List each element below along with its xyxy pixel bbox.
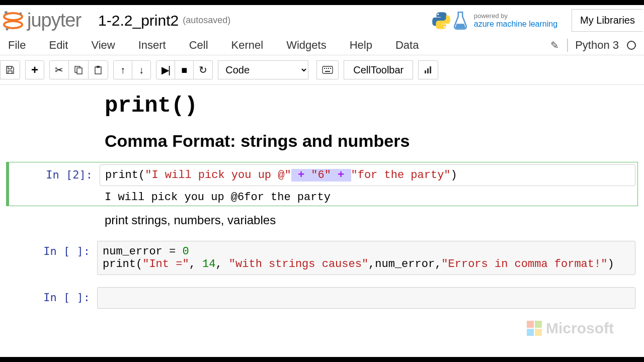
markdown-text: print strings, numbers, variables (105, 213, 638, 227)
chart-button[interactable] (418, 60, 438, 79)
keyboard-icon (322, 66, 333, 74)
powered-icons (431, 10, 469, 31)
svg-point-4 (6, 28, 8, 30)
menu-edit[interactable]: Edit (49, 39, 68, 52)
refresh-icon: ↻ (199, 64, 207, 76)
notebook-title[interactable]: 1-2.2_print2 (98, 12, 179, 29)
svg-rect-8 (77, 68, 82, 74)
arrow-down-icon: ↓ (139, 64, 144, 76)
header-right: powered by azure machine learning My Lib… (431, 9, 643, 32)
command-palette-button[interactable] (316, 60, 339, 79)
stop-button[interactable]: ■ (175, 60, 194, 79)
cell-body (97, 287, 635, 309)
autosave-status: (autosaved) (183, 15, 230, 26)
svg-rect-15 (330, 68, 331, 69)
code-cell-2[interactable]: In [ ]: num_error = 0 print("Int =", 14,… (6, 238, 638, 278)
logo-text: jupyter (27, 10, 81, 31)
jupyter-icon (2, 10, 24, 32)
menu-widgets[interactable]: Widgets (286, 39, 326, 52)
pencil-icon[interactable]: ✎ (550, 39, 559, 51)
powered-text: powered by azure machine learning (474, 12, 557, 29)
menu-view[interactable]: View (91, 39, 115, 52)
cell-body: num_error = 0 print("Int =", 14, "with s… (97, 241, 635, 275)
menubar-right: ✎ Python 3 (550, 39, 636, 52)
svg-point-1 (4, 21, 22, 28)
cell-prompt: In [2]: (11, 164, 100, 204)
svg-rect-12 (324, 68, 325, 69)
cell-type-select[interactable]: Code (218, 60, 308, 79)
my-libraries-button[interactable]: My Libraries (572, 9, 643, 32)
menu-bar: File Edit View Insert Cell Kernel Widget… (0, 36, 644, 55)
cell-prompt: In [ ]: (9, 241, 97, 275)
code-cell-3[interactable]: In [ ]: (6, 285, 638, 311)
markdown-title-code: print() (105, 93, 638, 118)
powered-by-badge[interactable]: powered by azure machine learning (431, 10, 557, 31)
copy-icon (74, 65, 83, 74)
svg-rect-14 (328, 68, 329, 69)
svg-rect-18 (427, 68, 429, 73)
python-icon (431, 10, 452, 31)
header-bar: jupyter 1-2.2_print2 (autosaved) powered… (0, 5, 644, 36)
menu-insert[interactable]: Insert (138, 39, 166, 52)
code-cell-1[interactable]: In [2]: print("I will pick you up @" + "… (6, 162, 638, 206)
powered-line2: azure machine learning (474, 20, 557, 29)
cell-toolbar-button[interactable]: CellToolbar (344, 60, 413, 79)
svg-rect-16 (325, 71, 330, 72)
plus-icon: + (31, 63, 38, 77)
menu-file[interactable]: File (8, 39, 26, 52)
cut-button[interactable]: ✂ (49, 60, 69, 79)
svg-rect-17 (425, 70, 426, 73)
arrow-up-icon: ↑ (120, 64, 125, 76)
powered-line1: powered by (474, 12, 557, 20)
kernel-name[interactable]: Python 3 (567, 39, 619, 52)
cell-output: I will pick you up @6for the party (100, 186, 635, 204)
run-button[interactable]: ▶| (156, 60, 175, 79)
cell-body: print("I will pick you up @" + "6" + "fo… (100, 164, 635, 204)
paste-icon (94, 65, 103, 74)
svg-rect-9 (95, 67, 101, 74)
microsoft-text: Microsoft (546, 320, 614, 337)
svg-point-3 (20, 12, 22, 15)
save-icon (6, 65, 15, 74)
restart-button[interactable]: ↻ (193, 60, 213, 79)
jupyter-logo[interactable]: jupyter (2, 10, 81, 32)
code-input[interactable] (97, 287, 635, 309)
letterbox-top (0, 0, 644, 5)
toolbar: + ✂ ↑ ↓ ▶| ■ ↻ Code CellToolbar (0, 55, 644, 85)
save-button[interactable] (0, 60, 20, 79)
paste-button[interactable] (88, 60, 108, 79)
microsoft-watermark: Microsoft (527, 320, 614, 337)
code-input[interactable]: print("I will pick you up @" + "6" + "fo… (100, 164, 635, 186)
letterbox-bottom (0, 357, 644, 362)
menu-kernel[interactable]: Kernel (231, 39, 264, 52)
move-down-button[interactable]: ↓ (132, 60, 151, 79)
kernel-indicator-icon[interactable] (627, 41, 636, 50)
add-cell-button[interactable]: + (25, 60, 44, 79)
svg-rect-19 (430, 66, 431, 73)
stop-icon: ■ (181, 64, 187, 76)
svg-rect-10 (97, 66, 100, 68)
move-up-button[interactable]: ↑ (113, 60, 132, 79)
svg-rect-13 (326, 68, 327, 69)
markdown-section-heading: Comma Format: strings and numbers (105, 131, 638, 151)
step-forward-icon: ▶| (162, 64, 170, 76)
notebook-area: print() Comma Format: strings and number… (0, 85, 644, 323)
scissors-icon: ✂ (55, 64, 63, 76)
svg-point-6 (443, 26, 445, 27)
bar-chart-icon (424, 65, 433, 74)
flask-icon (452, 10, 469, 31)
code-input[interactable]: num_error = 0 print("Int =", 14, "with s… (97, 241, 635, 275)
copy-button[interactable] (68, 60, 89, 79)
svg-point-0 (4, 13, 22, 20)
svg-rect-11 (323, 66, 333, 73)
menu-data[interactable]: Data (395, 39, 419, 52)
menu-help[interactable]: Help (350, 39, 372, 52)
svg-point-2 (5, 11, 8, 14)
svg-point-5 (437, 13, 439, 15)
cell-prompt: In [ ]: (9, 287, 97, 309)
menu-cell[interactable]: Cell (189, 39, 208, 52)
microsoft-squares-icon (527, 321, 542, 336)
